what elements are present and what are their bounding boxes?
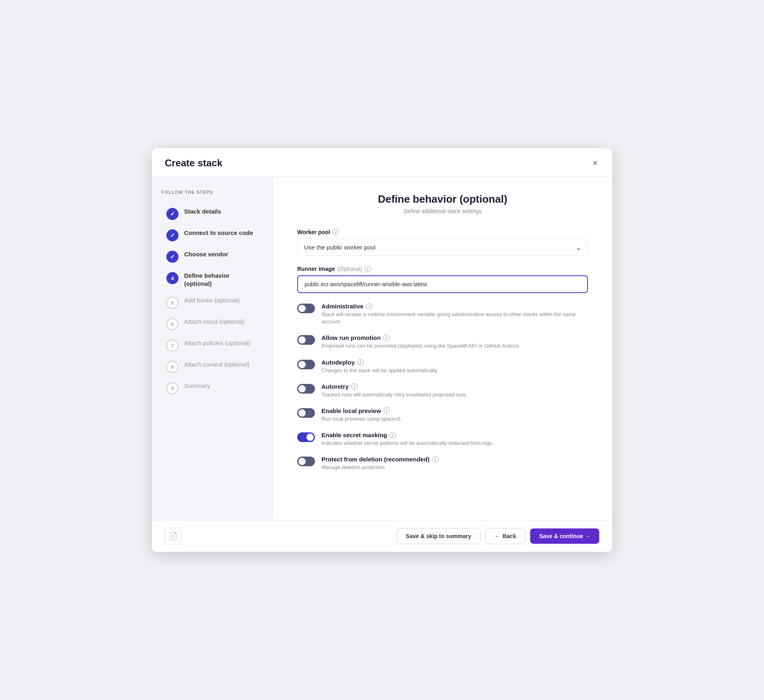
toggle-info-icon-autoretry[interactable]: i	[351, 383, 358, 390]
checkmark-icon: ✓	[170, 253, 175, 260]
toggle-title-allow-run-promotion: Allow run promotioni	[321, 334, 519, 341]
sidebar-step-5[interactable]: 5Add hooks (optional)	[162, 292, 263, 313]
sidebar-step-3[interactable]: ✓Choose vendor	[162, 246, 263, 267]
toggle-info-icon-protect-from-deletion[interactable]: i	[432, 456, 439, 463]
toggle-desc-allow-run-promotion: Proposed runs can be promoted (deployed)…	[321, 342, 519, 350]
step-label-7: Attach policies (optional)	[184, 339, 250, 347]
toggle-title-autodeploy: Autodeployi	[321, 359, 437, 366]
toggle-row-autodeploy: AutodeployiChanges to the stack will be …	[297, 359, 588, 374]
toggle-enable-secret-masking[interactable]	[297, 432, 315, 442]
toggle-info-icon-allow-run-promotion[interactable]: i	[383, 335, 390, 341]
step-label-1: Stack details	[184, 207, 221, 216]
save-skip-button[interactable]: Save & skip to summary	[397, 528, 481, 544]
toggle-title-administrative: Administrativei	[321, 303, 588, 310]
modal-title: Create stack	[165, 157, 222, 169]
runner-image-field: Runner image (Optional) i	[297, 266, 588, 293]
toggle-autoretry[interactable]	[297, 384, 315, 394]
worker-pool-select[interactable]: Use the public worker pool	[297, 239, 588, 256]
worker-pool-field: Worker pool i Use the public worker pool…	[297, 229, 588, 256]
step-list: ✓Stack details✓Connect to source code✓Ch…	[162, 203, 263, 398]
toggle-info-icon-autodeploy[interactable]: i	[357, 359, 364, 365]
toggle-content-enable-secret-masking: Enable secret maskingiIndicates whether …	[321, 432, 493, 447]
toggle-protect-from-deletion[interactable]	[297, 457, 315, 466]
toggle-content-allow-run-promotion: Allow run promotioniProposed runs can be…	[321, 334, 519, 350]
toggle-title-enable-local-preview: Enable local previewi	[321, 407, 402, 414]
toggle-row-enable-secret-masking: Enable secret maskingiIndicates whether …	[297, 432, 588, 447]
modal-body: FOLLOW THE STEPS ✓Stack details✓Connect …	[152, 177, 612, 520]
toggle-desc-protect-from-deletion: Manage deletion protection	[321, 464, 439, 471]
sidebar-step-8[interactable]: 8Attach context (optional)	[162, 356, 263, 377]
toggle-slider-autoretry	[297, 384, 315, 394]
checkmark-icon: ✓	[170, 210, 175, 218]
sidebar: FOLLOW THE STEPS ✓Stack details✓Connect …	[152, 177, 273, 520]
toggle-row-allow-run-promotion: Allow run promotioniProposed runs can be…	[297, 334, 588, 350]
step-circle-9: 9	[166, 382, 178, 394]
close-button[interactable]: ×	[591, 157, 599, 169]
sidebar-step-6[interactable]: 6Attach cloud (optional)	[162, 314, 263, 334]
runner-image-info-icon[interactable]: i	[365, 266, 371, 272]
toggle-desc-enable-local-preview: Run local previews using spacectl.	[321, 415, 402, 423]
toggle-administrative[interactable]	[297, 304, 315, 313]
toggle-enable-local-preview[interactable]	[297, 408, 315, 418]
toggle-row-administrative: AdministrativeiStack will receive a runt…	[297, 303, 588, 325]
step-circle-5: 5	[166, 297, 178, 309]
step-circle-1: ✓	[166, 208, 178, 220]
sidebar-step-7[interactable]: 7Attach policies (optional)	[162, 335, 263, 356]
toggle-content-autodeploy: AutodeployiChanges to the stack will be …	[321, 359, 437, 374]
step-label-8: Attach context (optional)	[184, 360, 250, 369]
step-label-9: Summary	[184, 382, 210, 390]
toggle-slider-protect-from-deletion	[297, 457, 315, 466]
step-circle-4: 4	[166, 272, 178, 284]
toggle-info-icon-enable-local-preview[interactable]: i	[384, 407, 390, 414]
toggle-autodeploy[interactable]	[297, 360, 315, 369]
toggle-title-autoretry: Autoretryi	[321, 383, 466, 390]
toggle-title-enable-secret-masking: Enable secret maskingi	[321, 432, 493, 438]
step-label-6: Attach cloud (optional)	[184, 318, 244, 326]
toggle-info-icon-administrative[interactable]: i	[366, 303, 372, 310]
worker-pool-label: Worker pool i	[297, 229, 588, 235]
doc-button[interactable]: 📄	[165, 528, 182, 545]
modal-footer: 📄 Save & skip to summary ← Back Save & c…	[152, 520, 612, 552]
step-circle-7: 7	[166, 340, 178, 352]
step-label-4: Define behavior (optional)	[184, 272, 258, 287]
sidebar-steps-label: FOLLOW THE STEPS	[162, 190, 263, 195]
sidebar-step-9[interactable]: 9Summary	[162, 378, 263, 398]
sidebar-step-1[interactable]: ✓Stack details	[162, 203, 263, 224]
step-circle-3: ✓	[166, 251, 178, 263]
sidebar-step-4[interactable]: 4Define behavior (optional)	[162, 268, 263, 291]
runner-image-input[interactable]	[297, 275, 588, 293]
step-label-2: Connect to source code	[184, 229, 253, 237]
save-continue-button[interactable]: Save & continue →	[530, 528, 599, 544]
toggle-slider-enable-secret-masking	[297, 432, 315, 442]
sidebar-step-2[interactable]: ✓Connect to source code	[162, 225, 263, 245]
checkmark-icon: ✓	[170, 232, 175, 239]
toggle-desc-administrative: Stack will receive a runtime environment…	[321, 311, 588, 325]
toggle-content-enable-local-preview: Enable local previewiRun local previews …	[321, 407, 402, 423]
toggle-slider-allow-run-promotion	[297, 335, 315, 345]
toggle-desc-autoretry: Tracked runs will automatically retry in…	[321, 391, 466, 398]
step-label-3: Choose vendor	[184, 250, 228, 258]
modal-header: Create stack ×	[152, 148, 612, 177]
toggle-info-icon-enable-secret-masking[interactable]: i	[390, 432, 396, 438]
toggle-slider-enable-local-preview	[297, 408, 315, 418]
toggle-slider-autodeploy	[297, 360, 315, 369]
toggle-slider-administrative	[297, 304, 315, 313]
toggle-desc-autodeploy: Changes to the stack will be applied aut…	[321, 367, 437, 374]
toggle-desc-enable-secret-masking: Indicates whether secret patterns will b…	[321, 440, 493, 447]
step-circle-6: 6	[166, 318, 178, 330]
toggle-content-autoretry: AutoretryiTracked runs will automaticall…	[321, 383, 466, 398]
toggle-allow-run-promotion[interactable]	[297, 335, 315, 345]
step-circle-8: 8	[166, 361, 178, 373]
toggle-content-administrative: AdministrativeiStack will receive a runt…	[321, 303, 588, 325]
toggles-container: AdministrativeiStack will receive a runt…	[297, 303, 588, 472]
section-title: Define behavior (optional)	[297, 193, 588, 205]
worker-pool-info-icon[interactable]: i	[332, 229, 339, 235]
back-arrow-icon: ←	[495, 533, 500, 539]
toggle-title-protect-from-deletion: Protect from deletion (recommended)i	[321, 456, 439, 463]
back-button[interactable]: ← Back	[485, 528, 525, 544]
toggle-row-autoretry: AutoretryiTracked runs will automaticall…	[297, 383, 588, 398]
section-subtitle: Define additional stack settings	[297, 208, 588, 214]
step-circle-2: ✓	[166, 229, 178, 241]
create-stack-modal: Create stack × FOLLOW THE STEPS ✓Stack d…	[152, 148, 612, 552]
step-label-5: Add hooks (optional)	[184, 296, 240, 304]
